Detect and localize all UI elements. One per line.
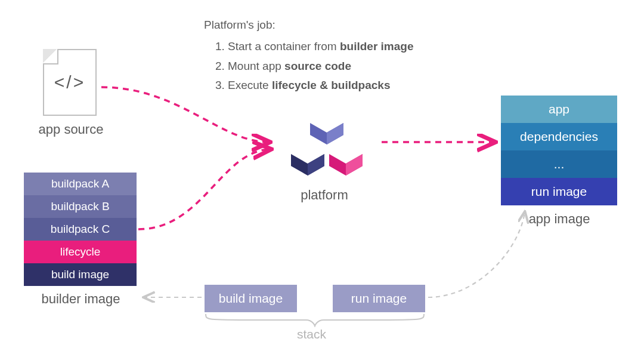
app-image-runimage-row: run image <box>501 178 617 205</box>
platform-jobs-text: Platform's job: Start a container from b… <box>204 16 414 95</box>
job-1: Start a container from builder image <box>228 37 414 56</box>
app-image-ellipsis-row: ... <box>501 150 617 178</box>
app-image-stack: app dependencies ... run image <box>501 96 617 205</box>
buildpack-b-row: buildpack B <box>24 195 137 218</box>
arrow-source-to-platform <box>101 87 268 142</box>
platform-logo-icon <box>279 106 374 184</box>
builder-image-stack: buildpack A buildpack B buildpack C life… <box>24 173 137 286</box>
code-icon: </> <box>44 50 95 115</box>
builder-image-label: builder image <box>35 291 127 307</box>
platform-label: platform <box>295 187 354 203</box>
jobs-title: Platform's job: <box>204 16 414 35</box>
app-source-label: app source <box>32 122 110 137</box>
buildpack-c-row: buildpack C <box>24 218 137 241</box>
lifecycle-row: lifecycle <box>24 241 137 263</box>
buildpack-a-row: buildpack A <box>24 173 137 195</box>
app-image-label: app image <box>524 211 595 227</box>
arrow-runimage-to-appimage <box>428 213 525 297</box>
job-2: Mount app source code <box>228 57 414 76</box>
app-image-app-row: app <box>501 96 617 123</box>
arrow-builder-to-platform <box>138 149 270 229</box>
app-image-deps-row: dependencies <box>501 123 617 150</box>
stack-build-image-box: build image <box>205 285 297 312</box>
app-source-file-icon: </> <box>43 49 97 116</box>
stack-brace-icon <box>205 313 425 327</box>
job-3: Execute lifecycle & buildpacks <box>228 76 414 95</box>
build-image-row: build image <box>24 263 137 286</box>
stack-label: stack <box>297 327 326 341</box>
stack-run-image-box: run image <box>333 285 425 312</box>
